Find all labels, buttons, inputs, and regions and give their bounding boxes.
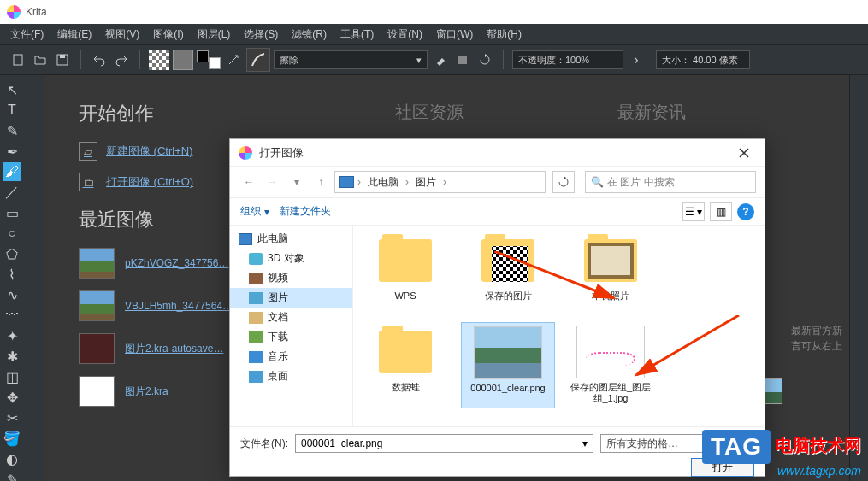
calligraphy-tool[interactable]: ✒ [3,142,21,161]
right-docker-edge[interactable] [849,75,868,481]
menu-help[interactable]: 帮助(H) [480,26,528,44]
view-mode-button[interactable]: ☰ ▾ [682,202,705,221]
folder-camera-roll[interactable]: 本机照片 [564,231,658,305]
save-button[interactable] [53,50,72,69]
color-picker-tool[interactable]: ✎ [3,470,21,481]
chevron-right-icon: › [405,176,409,188]
folder-saved-pictures[interactable]: 保存的图片 [461,231,555,305]
menu-layer[interactable]: 图层(L) [191,26,238,44]
brush-tool[interactable]: 🖌 [3,162,21,181]
edit-shapes-tool[interactable]: ✎ [3,121,21,140]
chevron-right-icon: › [443,176,446,188]
rect-tool[interactable]: ▭ [3,203,21,222]
music-icon [249,351,263,363]
multibrush-tool[interactable]: ✱ [3,347,21,366]
new-folder-button[interactable]: 新建文件夹 [280,204,331,219]
file-000001-clear[interactable]: 000001_clear.png [461,322,555,408]
undo-button[interactable] [90,50,109,69]
recent-dropdown[interactable]: ▾ [286,172,307,192]
filetype-value: 所有支持的格… [606,437,678,451]
transform-tool[interactable]: ◫ [3,367,21,386]
search-input[interactable]: 🔍 在 图片 中搜索 [585,171,756,193]
gradient-swatch[interactable] [173,50,193,70]
opacity-field[interactable]: 不透明度：100% [512,50,623,69]
menu-view[interactable]: 视图(V) [98,26,146,44]
blend-mode-dropdown[interactable]: 擦除▾ [274,50,428,69]
new-button[interactable] [9,50,27,69]
line-tool[interactable]: ／ [3,183,21,202]
pattern-swatch[interactable] [149,50,169,70]
breadcrumb-pictures[interactable]: 图片 [412,173,440,191]
crop-tool[interactable]: ✂ [3,408,21,427]
menu-edit[interactable]: 编辑(E) [50,26,98,44]
tag-badge: TAG [702,430,771,464]
file-grid: WPS 保存的图片 本机照片 数据蛙 000001_clear.png 保存的图… [353,226,765,426]
tree-music[interactable]: 音乐 [230,347,352,367]
brush-preset[interactable] [246,48,270,72]
reload-preset-icon[interactable] [475,50,494,69]
dynamic-brush-tool[interactable]: ✦ [3,326,21,345]
recent-name: 图片2.kra-autosave… [125,342,223,356]
polyline-tool[interactable]: ⌇ [3,265,21,284]
tree-pictures[interactable]: 图片 [230,288,352,308]
eraser-toggle[interactable] [431,50,450,69]
color-swap[interactable] [197,50,221,69]
menu-file[interactable]: 文件(F) [3,26,50,44]
fill-tool[interactable]: 🪣 [3,429,21,448]
move-layer-tool[interactable]: ✥ [3,388,21,407]
help-button[interactable]: ? [737,203,754,220]
tree-documents[interactable]: 文档 [230,308,352,327]
text-tool[interactable]: T [3,101,21,120]
image-thumb [576,326,645,378]
filename-input[interactable]: 000001_clear.png▾ [295,434,593,453]
tree-desktop[interactable]: 桌面 [230,367,352,386]
folder-datawa[interactable]: 数据蛙 [358,322,452,408]
close-button[interactable] [732,141,756,165]
menu-select[interactable]: 选择(S) [237,26,285,44]
krita-icon [7,5,21,19]
menu-bar: 文件(F) 编辑(E) 视图(V) 图像(I) 图层(L) 选择(S) 滤镜(R… [0,24,868,44]
size-value: 40.00 像素 [693,54,738,67]
tree-videos[interactable]: 视频 [230,268,352,288]
recent-thumb [79,333,115,364]
window-title: Krita [26,6,47,18]
opacity-value: 100% [565,55,589,65]
preview-pane-button[interactable]: ▥ [710,202,732,221]
menu-tools[interactable]: 工具(T) [334,26,381,44]
bezier-tool[interactable]: ∿ [3,285,21,304]
swap-colors-icon[interactable] [224,50,243,69]
open-button[interactable] [31,50,50,69]
refresh-button[interactable] [552,171,575,193]
pc-icon [339,176,354,188]
move-tool[interactable]: ↖ [3,80,21,99]
menu-filter[interactable]: 滤镜(R) [285,26,334,44]
menu-settings[interactable]: 设置(N) [381,26,429,44]
alpha-lock-icon[interactable] [453,50,472,69]
gradient-tool[interactable]: ◐ [3,449,21,468]
tree-3d-objects[interactable]: 3D 对象 [230,249,352,268]
address-bar[interactable]: › 此电脑 › 图片 › [334,171,546,193]
community-heading: 社区资源 [395,101,464,124]
folder-icon [584,239,637,282]
forward-button[interactable]: → [263,172,283,192]
tree-downloads[interactable]: 下载 [230,327,352,347]
menu-window[interactable]: 窗口(W) [429,26,480,44]
back-button[interactable]: ← [239,172,259,192]
size-field[interactable]: 大小： 40.00 像素 [656,50,750,69]
organize-dropdown[interactable]: 组织 ▾ [240,204,269,219]
folder-wps[interactable]: WPS [358,231,452,305]
open-folder-icon: 🗀 [79,173,97,191]
breadcrumb-pc[interactable]: 此电脑 [364,173,402,191]
freehand-tool[interactable]: 〰 [3,306,21,325]
tree-this-pc[interactable]: 此电脑 [230,229,352,249]
dialog-title: 打开图像 [259,145,732,161]
menu-image[interactable]: 图像(I) [146,26,190,44]
polygon-tool[interactable]: ⬠ [3,244,21,263]
up-button[interactable]: ↑ [310,172,331,192]
krita-icon [239,146,252,160]
file-layer-group[interactable]: 保存的图层组_图层组_1.jpg [564,322,658,408]
redo-button[interactable] [112,50,131,69]
ellipse-tool[interactable]: ○ [3,224,21,243]
opacity-stepper[interactable]: › [627,50,646,69]
chevron-down-icon: ▾ [416,55,422,66]
